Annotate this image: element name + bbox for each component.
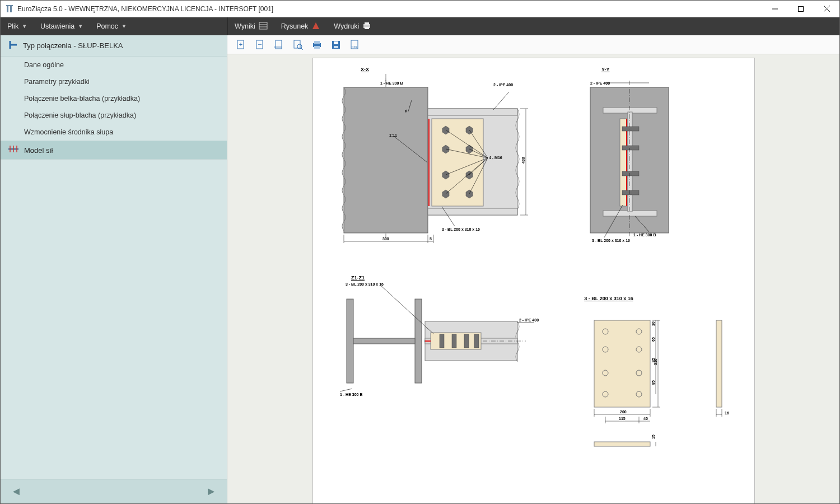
svg-text:40: 40 xyxy=(643,417,648,421)
svg-rect-38 xyxy=(344,87,428,233)
svg-rect-84 xyxy=(622,146,639,150)
svg-rect-24 xyxy=(276,40,282,49)
sidebar-footer: ◄ ► xyxy=(1,479,227,503)
callout-he300b-yy: 1 - HE 300 B xyxy=(633,233,656,237)
svg-rect-1 xyxy=(10,6,12,12)
sidebar-item-general-data[interactable]: Dane ogólne xyxy=(1,57,227,73)
minimize-button[interactable] xyxy=(762,1,788,17)
svg-text:♯: ♯ xyxy=(405,109,407,113)
svg-line-105 xyxy=(340,389,352,391)
svg-line-61 xyxy=(493,92,509,110)
connection-type-icon xyxy=(8,40,17,51)
svg-text:300: 300 xyxy=(382,237,389,241)
sidebar-heading-connection-type[interactable]: Typ połączenia - SŁUP-BELKA xyxy=(1,35,227,57)
svg-text:30: 30 xyxy=(651,321,655,326)
menu-wyniki[interactable]: Wyniki xyxy=(228,17,274,35)
svg-rect-34 xyxy=(334,46,338,48)
svg-rect-100 xyxy=(464,334,469,348)
new-page-icon[interactable]: + xyxy=(235,39,246,50)
drawing-canvas: X-X xyxy=(312,58,755,503)
callout-bl-yy: 3 - BL 200 x 310 x 16 xyxy=(592,239,630,242)
titlebar: EuroZłącza 5.0 - WEWNĘTRZNA, NIEKOMERCYJ… xyxy=(1,1,839,17)
svg-rect-91 xyxy=(347,299,353,383)
svg-rect-30 xyxy=(314,41,320,44)
remove-page-icon[interactable]: – xyxy=(254,39,265,50)
svg-line-28 xyxy=(301,48,303,50)
svg-rect-142 xyxy=(594,442,650,446)
prev-arrow-icon[interactable]: ◄ xyxy=(11,485,22,498)
svg-rect-13 xyxy=(365,27,369,29)
svg-rect-101 xyxy=(474,334,479,348)
svg-marker-10 xyxy=(312,22,319,29)
svg-rect-31 xyxy=(314,46,320,49)
menu-rysunek[interactable]: Rysunek xyxy=(274,17,328,35)
svg-text:85: 85 xyxy=(651,358,655,362)
svg-rect-83 xyxy=(622,127,639,131)
svg-text:115: 115 xyxy=(619,417,626,421)
svg-rect-92 xyxy=(415,299,422,383)
svg-text:5: 5 xyxy=(430,237,432,241)
sidebar-item-web-stiffening[interactable]: Wzmocnienie środnika słupa xyxy=(1,124,227,141)
plate-detail-title: 3 - BL 200 x 310 x 16 xyxy=(584,296,633,301)
menubar-right: Wyniki Rysunek Wydruki xyxy=(227,17,839,35)
callout-ipe400-yy: 2 - IPE 400 xyxy=(590,81,610,85)
menu-wydruki[interactable]: Wydruki xyxy=(327,17,378,35)
callout-bl-z1: 3 - BL 200 x 310 x 16 xyxy=(346,282,384,286)
svg-text:400: 400 xyxy=(521,157,525,164)
svg-rect-2 xyxy=(6,5,13,6)
callout-m16: 4 - M16 xyxy=(489,156,502,160)
print-icon xyxy=(362,21,371,32)
svg-rect-85 xyxy=(622,171,639,176)
results-icon xyxy=(259,21,268,32)
sidebar-item-model-forces[interactable]: Model sił xyxy=(1,141,227,160)
svg-rect-0 xyxy=(7,6,8,12)
svg-rect-93 xyxy=(353,338,415,344)
svg-rect-33 xyxy=(334,41,338,44)
menu-ustawienia[interactable]: Ustawienia▼ xyxy=(34,17,90,35)
close-button[interactable] xyxy=(814,1,839,17)
section-label-z1: Z1-Z1 xyxy=(351,275,365,281)
svg-text:DXF: DXF xyxy=(352,45,358,49)
section-label-yy: Y-Y xyxy=(601,67,610,72)
svg-text:85: 85 xyxy=(651,380,655,385)
svg-rect-12 xyxy=(365,22,369,25)
svg-text:+: + xyxy=(239,41,242,48)
export-dxf-icon[interactable]: DXF xyxy=(349,39,361,50)
sidebar-item-beam-plate[interactable]: Połączenie belka-blacha (przykładka) xyxy=(1,90,227,107)
sidebar-item-column-plate[interactable]: Połączenie słup-blacha (przykładka) xyxy=(1,107,227,124)
menubar-left: Plik▼ Ustawienia▼ Pomoc▼ xyxy=(1,17,227,35)
maximize-button[interactable] xyxy=(788,1,814,17)
callout-he300b-xx: 1 - HE 300 B xyxy=(380,81,403,85)
menu-pomoc[interactable]: Pomoc▼ xyxy=(90,17,133,35)
svg-rect-7 xyxy=(259,22,267,29)
svg-text:–: – xyxy=(258,40,262,47)
callout-weld: 1:11 xyxy=(389,133,397,137)
svg-rect-115 xyxy=(716,320,722,407)
callout-bl-xx: 3 - BL 200 x 310 x 16 xyxy=(442,227,480,231)
caret-icon: ▼ xyxy=(78,24,83,29)
print-icon[interactable] xyxy=(311,39,323,50)
preview-icon[interactable] xyxy=(292,39,304,50)
svg-rect-99 xyxy=(452,334,456,348)
svg-rect-40 xyxy=(428,109,517,115)
window-title: EuroZłącza 5.0 - WEWNĘTRZNA, NIEKOMERCYJ… xyxy=(17,5,273,13)
callout-he300b-z1: 1 - HE 300 B xyxy=(340,393,362,396)
svg-rect-41 xyxy=(428,208,517,215)
drawing-toolbar: + – DXF xyxy=(227,35,839,54)
svg-text:65: 65 xyxy=(651,337,655,342)
svg-rect-4 xyxy=(799,6,804,11)
svg-text:15: 15 xyxy=(651,435,655,439)
save-icon[interactable] xyxy=(330,39,342,50)
svg-rect-98 xyxy=(440,334,444,348)
drawing-icon xyxy=(311,21,320,32)
page-setup-icon[interactable] xyxy=(273,39,284,50)
svg-line-103 xyxy=(380,285,433,334)
callout-ipe400-xx: 2 - IPE 400 xyxy=(493,83,513,87)
app-icon xyxy=(5,4,14,13)
section-label-xx: X-X xyxy=(361,67,369,72)
caret-icon: ▼ xyxy=(122,24,127,29)
callout-ipe400-z1: 2 - IPE 400 xyxy=(519,318,539,322)
menu-plik[interactable]: Plik▼ xyxy=(1,17,34,35)
sidebar-item-plate-params[interactable]: Parametry przykładki xyxy=(1,73,227,90)
next-arrow-icon[interactable]: ► xyxy=(206,485,217,498)
